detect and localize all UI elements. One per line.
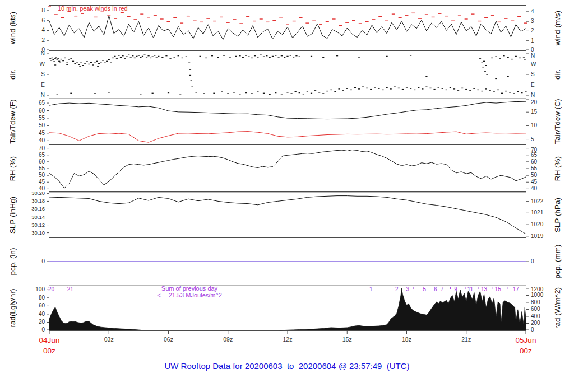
dir-point <box>366 88 368 88</box>
dir-point <box>188 63 190 63</box>
rad-hour-label: 15 <box>495 286 501 292</box>
y-tick-label-tair: 55 <box>18 115 45 121</box>
dir-point <box>422 88 423 89</box>
dir-point <box>114 56 115 57</box>
dir-point <box>525 91 526 92</box>
dir-point <box>140 57 141 58</box>
dir-point <box>254 55 256 56</box>
y-tick-label-wind: 2 <box>18 37 45 43</box>
dir-point <box>239 55 240 56</box>
y-tick-label-slp: 30.16 <box>18 206 45 212</box>
dir-point <box>286 92 288 92</box>
y-tick-label-rad: 400 <box>531 313 540 319</box>
axis-label-right-rh: RH (%) <box>553 156 562 181</box>
dir-point <box>418 87 419 88</box>
dir-point <box>248 56 249 57</box>
dir-point <box>49 58 51 59</box>
y-tick-label-slp: 30.10 <box>18 230 45 236</box>
dir-point <box>318 92 320 92</box>
y-tick-label-slp: 1021 <box>531 209 543 216</box>
dir-point <box>425 87 427 87</box>
dir-point <box>410 55 411 55</box>
dir-point <box>124 58 126 58</box>
axis-label-right-wind: wind (m/s) <box>553 11 562 45</box>
axis-label-left-dir: dir. <box>8 69 17 80</box>
x-axis-end-date: 05Jun 00z <box>516 335 536 356</box>
y-tick-label-wind: 4 <box>18 27 45 33</box>
dir-point <box>486 74 488 74</box>
dir-point <box>322 93 324 94</box>
y-tick-label-rad: 0 <box>18 326 45 333</box>
y-tick-label-pcp: 0 <box>18 258 45 264</box>
dir-point <box>275 55 276 55</box>
dir-point <box>118 55 119 55</box>
axis-label-right-slp: SLP (hPa) <box>553 198 562 232</box>
dir-point <box>386 87 387 88</box>
dir-point <box>275 92 276 93</box>
rad-hour-label: 9 <box>454 286 457 292</box>
y-tick-label-tair: 15 <box>531 109 537 115</box>
dir-point <box>442 88 443 88</box>
dir-point <box>104 63 106 63</box>
y-tick-label-slp: 30.20 <box>18 190 45 196</box>
dir-point <box>307 91 308 92</box>
dir-point <box>495 56 497 57</box>
dir-point <box>70 58 72 59</box>
dir-point <box>382 90 383 90</box>
dir-point <box>55 57 57 57</box>
panel-border-tair <box>49 99 526 145</box>
dir-point <box>523 57 525 57</box>
y-tick-label-slp: 30.18 <box>18 198 45 204</box>
dir-point <box>61 59 62 59</box>
rad-hour-label: 3 <box>406 286 409 292</box>
y-tick-label-rad: 800 <box>531 299 540 305</box>
panel-separator <box>49 52 526 52</box>
dir-point <box>57 94 58 94</box>
dir-point <box>330 90 332 90</box>
dir-point <box>182 58 183 58</box>
dir-point <box>132 55 133 56</box>
dir-point <box>144 55 145 55</box>
dir-point <box>235 56 237 57</box>
dir-point <box>150 58 151 58</box>
dir-point <box>79 66 81 67</box>
dir-point <box>453 88 455 89</box>
rad-hour-label: 1 <box>369 286 373 292</box>
dir-point <box>505 91 507 91</box>
rad-hour-label: 21 <box>67 286 73 292</box>
y-tick-label-slp: 30.12 <box>18 222 45 228</box>
y-tick-label-rh: 50 <box>531 172 537 178</box>
panel-border-wind <box>49 6 526 51</box>
dir-point <box>242 57 244 58</box>
axis-label-right-dir: dir. <box>553 69 562 80</box>
dir-point <box>66 64 68 65</box>
dir-point <box>213 93 215 94</box>
y-tick-label-tair: 10 <box>531 122 537 128</box>
axis-label-left-pcp: pcp. (in) <box>8 248 17 276</box>
dir-point <box>314 90 316 91</box>
dir-point <box>116 58 118 59</box>
dir-point <box>263 93 265 94</box>
y-tick-label-tair: 5 <box>531 136 534 142</box>
dir-point <box>450 87 451 88</box>
dir-point <box>358 88 360 89</box>
dir-point <box>158 56 159 57</box>
dir-point <box>484 71 486 71</box>
dir-point <box>303 94 304 94</box>
rad-hour-label: 20 <box>48 286 54 292</box>
dir-point <box>84 63 86 63</box>
y-tick-label-dir: N <box>531 53 535 59</box>
x-axis-start-date: 04Jun 00z <box>39 335 60 356</box>
series-tdew_f <box>49 132 526 143</box>
y-tick-label-wind: 0 <box>531 46 534 53</box>
dir-point <box>446 90 447 90</box>
dir-point <box>122 55 123 56</box>
y-tick-label-dir: S <box>18 71 45 77</box>
dir-point <box>414 90 415 90</box>
dir-point <box>186 56 187 57</box>
dir-point <box>485 65 487 66</box>
dir-point <box>461 88 463 88</box>
dir-point <box>146 57 147 57</box>
dir-point <box>501 93 503 94</box>
dir-point <box>465 89 467 90</box>
